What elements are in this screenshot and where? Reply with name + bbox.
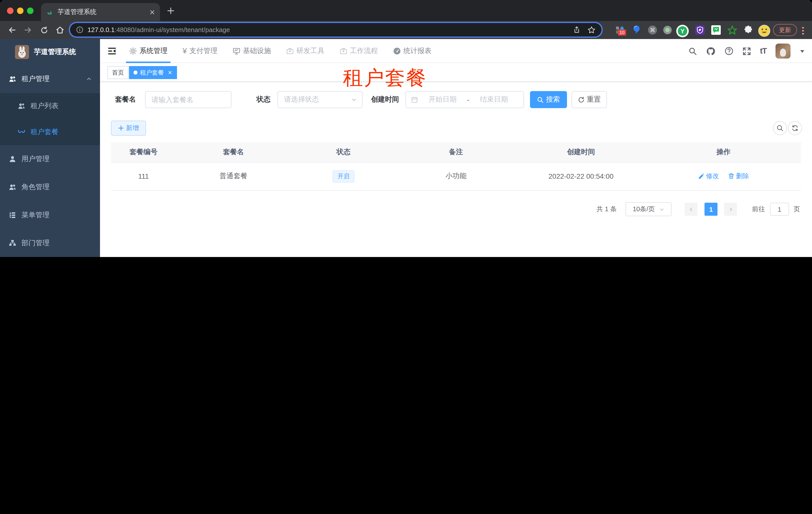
top-navbar: 系统管理 ¥ 支付管理 基础设施 研发工具 工作流程 (100, 39, 812, 63)
tag-tenant-package[interactable]: 租户套餐 (129, 66, 177, 79)
sidebar-item-user-management[interactable]: 用户管理 (0, 145, 100, 173)
package-table: 套餐编号 套餐名 状态 备注 创建时间 操作 111 普通套餐 开启 小功能 2… (111, 142, 801, 190)
sidebar-collapse-button[interactable] (107, 46, 117, 56)
nav-item-dev-tools[interactable]: 研发工具 (285, 39, 325, 63)
new-tab-button[interactable] (167, 7, 174, 15)
goto-page-input[interactable] (771, 205, 788, 213)
cell-package-name: 普通套餐 (176, 162, 291, 190)
fullscreen-icon[interactable] (743, 47, 751, 55)
date-range-picker[interactable]: 开始日期 - 结束日期 (406, 91, 524, 108)
extension-icon-chat[interactable] (710, 25, 722, 35)
macos-zoom-button[interactable] (27, 7, 33, 14)
page-size-select[interactable]: 10条/页 (626, 202, 671, 216)
status-placeholder: 请选择状态 (284, 95, 351, 104)
browser-tab[interactable]: 芋道管理系统 (41, 3, 160, 21)
reset-button[interactable]: 重置 (572, 91, 607, 108)
nav-item-payment[interactable]: ¥ 支付管理 (181, 39, 219, 63)
nav-item-infrastructure[interactable]: 基础设施 (232, 39, 272, 63)
chrome-menu-button[interactable] (802, 26, 804, 36)
font-size-icon[interactable]: tT (760, 47, 766, 56)
sidebar-item-department-management[interactable]: 部门管理 (0, 229, 100, 257)
nav-item-workflow[interactable]: 工作流程 (339, 39, 379, 63)
extension-icon-y[interactable]: Y (676, 25, 689, 37)
chrome-update-label: 更新 (779, 26, 791, 34)
search-button[interactable]: 搜索 (530, 91, 567, 108)
sidebar-item-role-management[interactable]: 角色管理 (0, 173, 100, 201)
extension-icon-star[interactable] (726, 25, 737, 35)
tab-title: 芋道管理系统 (58, 7, 149, 17)
show-search-toggle-button[interactable] (773, 121, 787, 135)
filter-name-label: 套餐名 (115, 95, 136, 104)
sidebar-submenu-tenant: 租户列表 租户套餐 (0, 93, 100, 145)
delete-link[interactable]: 删除 (728, 172, 749, 181)
chrome-update-button[interactable]: 更新 (773, 24, 797, 36)
share-icon[interactable] (573, 26, 580, 33)
nav-item-label: 工作流程 (350, 47, 378, 56)
chevron-left-icon (688, 207, 694, 212)
end-date-placeholder[interactable]: 结束日期 (469, 95, 519, 104)
page-annotation: 租户套餐 (343, 64, 427, 91)
forward-button[interactable] (22, 24, 34, 36)
prev-page-button[interactable] (685, 202, 697, 216)
table-row[interactable]: 111 普通套餐 开启 小功能 2022-02-22 00:54:00 修改 删… (111, 162, 801, 190)
active-dot (134, 71, 138, 75)
package-name-input[interactable] (145, 96, 231, 104)
url-path: :48080/admin-ui/system/tenant/package (115, 26, 230, 33)
url-text: 127.0.0.1:48080/admin-ui/system/tenant/p… (87, 26, 230, 33)
sidebar-item-label: 用户管理 (22, 155, 50, 164)
add-button[interactable]: 新增 (111, 120, 146, 136)
reload-button[interactable] (38, 24, 50, 36)
app-logo-row[interactable]: 芋道管理系统 (0, 39, 100, 65)
sidebar-item-tenant-management[interactable]: 租户管理 (0, 65, 100, 93)
user-avatar[interactable] (776, 44, 790, 59)
nav-item-system[interactable]: 系统管理 (128, 39, 169, 63)
sidebar-item-tenant-package[interactable]: 租户套餐 (0, 119, 100, 145)
filter-time-label: 创建时间 (371, 95, 399, 104)
pagination-total: 共 1 条 (597, 202, 617, 216)
start-date-placeholder[interactable]: 开始日期 (418, 95, 467, 104)
extension-icon-shield[interactable] (695, 25, 705, 35)
extension-icon-balloon[interactable] (631, 25, 642, 35)
help-icon[interactable] (725, 47, 733, 56)
col-package-name: 套餐名 (176, 142, 291, 162)
github-icon[interactable] (706, 46, 716, 56)
sidebar-item-menu-management[interactable]: 菜单管理 (0, 201, 100, 229)
tab-close-icon[interactable] (149, 9, 155, 15)
search-icon[interactable] (689, 47, 697, 55)
url-bar[interactable]: 127.0.0.1:48080/admin-ui/system/tenant/p… (70, 23, 602, 36)
edit-link-label: 修改 (706, 172, 719, 181)
chevron-down-icon (351, 97, 357, 103)
current-page-button[interactable]: 1 (704, 202, 718, 216)
bookmark-star-icon[interactable] (587, 26, 596, 34)
briefcase-icon (340, 47, 348, 55)
nav-item-label: 统计报表 (404, 47, 432, 56)
trash-icon (728, 173, 734, 180)
nav-item-label: 支付管理 (190, 47, 218, 56)
extension-icon-kanban[interactable]: 10 (614, 25, 626, 35)
status-select[interactable]: 请选择状态 (278, 91, 362, 108)
sidebar-item-tenant-list[interactable]: 租户列表 (0, 93, 100, 119)
macos-close-button[interactable] (7, 7, 13, 14)
home-button[interactable] (54, 24, 66, 36)
next-page-button[interactable] (724, 202, 737, 216)
chevron-right-icon (728, 207, 733, 212)
add-button-label: 新增 (126, 124, 139, 133)
tag-home[interactable]: 首页 (108, 66, 128, 79)
caret-down-icon[interactable] (800, 48, 805, 54)
back-button[interactable] (6, 24, 18, 36)
extension-icon-command[interactable]: ⌘ (647, 25, 658, 35)
cell-created-time: 2022-02-22 00:54:00 (516, 162, 646, 190)
extension-icon-green-dot[interactable] (662, 25, 673, 35)
macos-minimize-button[interactable] (17, 7, 24, 14)
extensions-puzzle-icon[interactable] (743, 25, 754, 35)
users-icon (8, 75, 17, 83)
refresh-icon (791, 125, 799, 132)
goto-unit-label: 页 (793, 202, 800, 216)
chevron-up-icon (86, 76, 92, 82)
profile-avatar-emoji[interactable] (758, 25, 771, 37)
tag-close-icon[interactable] (168, 70, 173, 75)
nav-item-reports[interactable]: 统计报表 (392, 39, 433, 63)
site-info-icon[interactable] (76, 26, 84, 33)
edit-link[interactable]: 修改 (698, 172, 719, 181)
refresh-table-button[interactable] (788, 121, 802, 135)
